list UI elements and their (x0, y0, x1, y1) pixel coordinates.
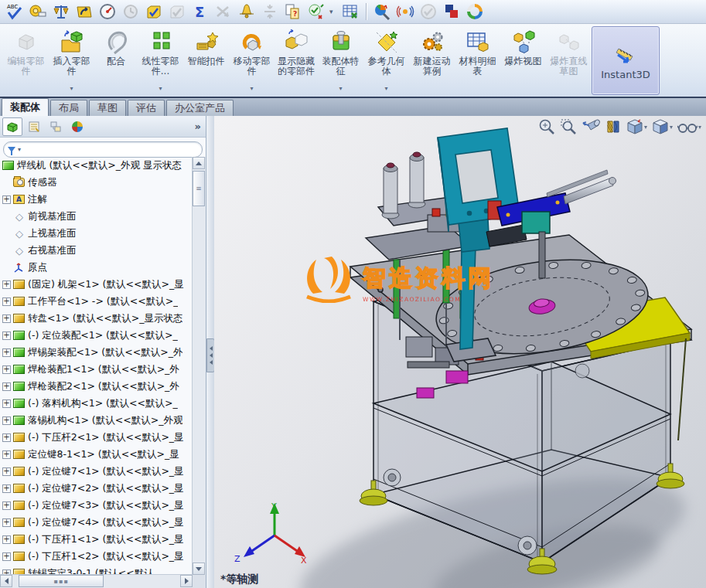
filter-caret-icon[interactable]: ▾ (18, 146, 21, 153)
reference-geometry-button[interactable]: 参考几何体 ▾ (363, 26, 409, 95)
expander-icon[interactable]: + (2, 484, 11, 493)
view-orientation-icon[interactable]: ▾ (626, 118, 647, 135)
tab-office-products[interactable]: 办公室产品 (166, 100, 234, 116)
tab-evaluate[interactable]: 评估 (128, 100, 165, 116)
expander-icon[interactable]: + (2, 331, 11, 340)
hide-show-items-icon[interactable]: ▾ (677, 118, 701, 135)
tree-item[interactable]: +定位键8-1<1> (默认<<默认>_显 (0, 446, 193, 463)
compare-documents-icon[interactable]: ? (283, 2, 303, 22)
equations-icon[interactable]: Σ (190, 2, 210, 22)
feature-tree-tab[interactable] (2, 117, 22, 136)
tree-item[interactable]: +(-) 定位键7<1> (默认<<默认>_显 (0, 463, 193, 480)
expander-icon[interactable]: + (2, 348, 11, 357)
tab-assembly[interactable]: 装配体 (2, 98, 49, 116)
new-motion-study-button[interactable]: 新建运动算例 (409, 26, 455, 95)
property-manager-tab[interactable] (24, 117, 44, 136)
toolbar-dropdown-caret[interactable]: ▾ (329, 8, 337, 15)
render-preview-icon[interactable] (372, 2, 392, 22)
spell-check-icon[interactable]: ABC (5, 2, 25, 22)
expander-icon[interactable]: + (2, 433, 11, 442)
tab-sketch[interactable]: 草图 (89, 100, 126, 116)
simulation-advisor-icon[interactable] (395, 2, 415, 22)
scroll-thumb[interactable]: ▪▪▪ (19, 575, 104, 587)
scroll-up-button[interactable] (193, 157, 205, 169)
tree-item[interactable]: +焊枪装配2<1> (默认<<默认>_外 (0, 378, 193, 395)
expander-icon[interactable]: + (2, 416, 11, 425)
tree-root[interactable]: 焊线机 (默认<<默认>_外观 显示状态 (0, 157, 193, 174)
tree-item[interactable]: +(固定) 机架<1> (默认<<默认>_显 (0, 276, 193, 293)
tree-item[interactable]: +(-) 落料机构<1> (默认<<默认>_ (0, 395, 193, 412)
scroll-left-button[interactable] (0, 575, 12, 587)
section-view-icon[interactable] (605, 118, 622, 135)
tree-horizontal-scrollbar[interactable]: ▪▪▪ (0, 574, 193, 588)
expander-icon[interactable]: + (2, 518, 11, 527)
tree-filter-input[interactable]: ▾ (3, 141, 203, 158)
configuration-manager-tab[interactable] (46, 117, 66, 136)
sketch-relations-icon[interactable] (213, 2, 234, 22)
tree-item[interactable]: +A注解 (0, 191, 193, 208)
tree-item[interactable]: +工作平台<1> -> (默认<<默认>_ (0, 293, 193, 310)
verification-on-icon[interactable] (144, 2, 164, 22)
circular-review-icon[interactable] (465, 2, 485, 22)
expander-icon[interactable]: + (2, 297, 11, 306)
mass-properties-icon[interactable] (51, 2, 71, 22)
compare-results-icon[interactable] (442, 2, 462, 22)
zoom-to-area-icon[interactable] (560, 118, 577, 135)
design-table-icon[interactable] (340, 2, 360, 22)
expander-icon[interactable]: + (2, 535, 11, 544)
tree-item[interactable]: +转盘<1> (默认<<默认>_显示状态 (0, 310, 193, 327)
tree-item[interactable]: ◇上视基准面 (0, 225, 193, 242)
previous-view-icon[interactable] (582, 118, 600, 135)
expander-icon[interactable]: + (2, 501, 11, 510)
tab-layout[interactable]: 布局 (50, 100, 87, 116)
move-component-button[interactable]: 移动零部件 ▾ (229, 26, 275, 95)
tree-vertical-scrollbar[interactable]: ≡ (192, 157, 206, 575)
tree-item[interactable]: +(-) 下压杆2<1> (默认<<默认>_显 (0, 429, 193, 446)
expander-icon[interactable]: + (2, 467, 11, 476)
expander-icon[interactable]: + (2, 552, 11, 561)
tree-item[interactable]: 传感器 (0, 174, 193, 191)
smart-fasteners-button[interactable]: 智能扣件 (183, 26, 229, 95)
expander-icon[interactable]: + (2, 450, 11, 459)
display-manager-tab[interactable] (67, 117, 87, 136)
insert-component-button[interactable]: 插入零部件 ▾ (49, 26, 94, 95)
measure-icon[interactable] (28, 2, 48, 22)
zoom-to-fit-icon[interactable] (538, 118, 555, 135)
bill-of-materials-button[interactable]: 材料明细表 (455, 26, 500, 95)
panel-overflow-chevrons[interactable]: » (195, 121, 201, 132)
edit-component-button[interactable]: 编辑零部件 (3, 26, 49, 95)
expander-icon[interactable]: + (2, 195, 11, 204)
display-style-icon[interactable]: ▾ (652, 118, 673, 135)
move-entities-icon[interactable] (74, 2, 94, 22)
show-hidden-components-button[interactable]: 显示隐藏的零部件 (275, 26, 318, 95)
tree-item[interactable]: +(-) 定位键7<3> (默认<<默认>_显 (0, 497, 193, 514)
tree-item[interactable]: +(-) 下压杆1<1> (默认<<默认>_显 (0, 531, 193, 548)
compare-geometry-icon[interactable] (260, 2, 280, 22)
check-in-out-icon[interactable] (306, 2, 326, 22)
tree-item[interactable]: +(-) 下压杆1<2> (默认<<默认>_显 (0, 548, 193, 565)
tree-item[interactable]: +(-) 定位键7<2> (默认<<默认>_显 (0, 480, 193, 497)
expander-icon[interactable]: + (2, 280, 11, 289)
expander-icon[interactable]: + (2, 314, 11, 323)
tree-item[interactable]: 原点 (0, 259, 193, 276)
mate-button[interactable]: 配合 (94, 26, 138, 95)
tree-item[interactable]: +落锡机构<1> (默认<<默认>_外观 (0, 412, 193, 429)
assembly-visualization-icon[interactable] (121, 2, 141, 22)
tree-item[interactable]: +焊锡架装配<1> (默认<<默认>_外 (0, 344, 193, 361)
tree-item[interactable]: +焊枪装配1<1> (默认<<默认>_外 (0, 361, 193, 378)
expander-icon[interactable]: + (2, 399, 11, 408)
exploded-view-button[interactable]: 爆炸视图 (500, 26, 546, 95)
tree-item[interactable]: +(-) 定位装配<1> (默认<<默认>_ (0, 327, 193, 344)
check-disabled-icon[interactable] (418, 2, 438, 22)
expander-icon[interactable]: + (2, 382, 11, 391)
scroll-thumb[interactable]: ≡ (193, 171, 205, 206)
verification-off-icon[interactable] (167, 2, 187, 22)
assembly-features-button[interactable]: 装配体特征 ▾ (318, 26, 363, 95)
scroll-right-button[interactable] (180, 575, 193, 587)
linear-pattern-button[interactable]: 线性零部件... ▾ (138, 26, 183, 95)
instant3d-button[interactable]: Instant3D (592, 26, 660, 95)
performance-evaluation-icon[interactable] (97, 2, 118, 22)
graphics-area[interactable]: 智造资料网 WWW.ZHIZAOZILIAO.COM ▾ (214, 116, 706, 588)
expander-icon[interactable]: + (2, 365, 11, 374)
reminder-bell-icon[interactable] (237, 2, 257, 22)
